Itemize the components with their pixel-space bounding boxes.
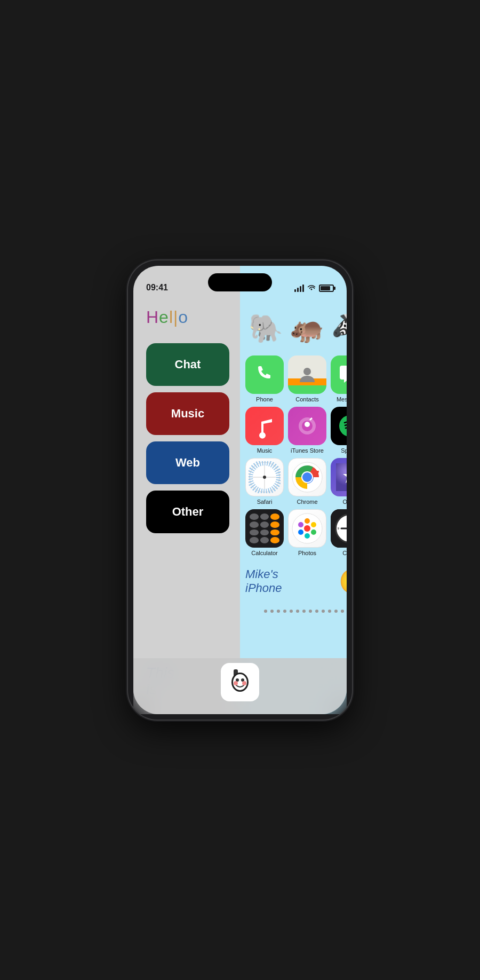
bottom-info: Mike'siPhone 🙂 — [240, 558, 347, 604]
dot-1 — [264, 610, 267, 613]
sidebar-item-other[interactable]: Other — [146, 491, 229, 533]
svg-point-16 — [302, 472, 312, 482]
app-messages[interactable]: Messages — [331, 355, 347, 402]
svg-point-24 — [305, 533, 310, 539]
messages-icon — [331, 355, 347, 394]
svg-point-0 — [303, 368, 311, 375]
svg-point-34 — [242, 681, 246, 685]
app-spotify[interactable]: Spotify — [331, 407, 347, 454]
app-safari[interactable]: Safari — [245, 458, 284, 505]
main-area: 🐘 🦛 🦓 Phone — [240, 266, 347, 714]
hello-letter-e: e — [159, 307, 169, 327]
app-row-4: Calculator Photos — [245, 509, 347, 556]
calc-btn-7 — [250, 529, 259, 536]
spotify-label: Spotify — [341, 447, 347, 454]
mikes-iphone-text: Mike'siPhone — [245, 567, 282, 596]
calc-btn-9 — [270, 529, 279, 536]
dock-app-icon — [224, 666, 256, 698]
hello-letter-o: o — [178, 307, 188, 327]
status-time: 09:41 — [146, 283, 168, 293]
dock-app[interactable] — [221, 663, 259, 701]
itunes-label: iTunes Store — [291, 447, 324, 454]
phone-icon — [245, 355, 284, 394]
orion-label: Orion — [343, 499, 347, 505]
dot-3 — [277, 610, 280, 613]
phone-frame: 09:41 — [128, 260, 352, 720]
dot-9 — [315, 610, 318, 613]
dock — [133, 658, 347, 714]
dot-2 — [270, 610, 274, 613]
orion-icon — [331, 458, 347, 496]
contacts-label: Contacts — [295, 396, 318, 402]
svg-point-25 — [298, 529, 303, 535]
sidebar-other-label: Other — [172, 505, 204, 519]
hello-text: Hel|o — [133, 297, 240, 338]
app-contacts[interactable]: Contacts — [288, 355, 326, 402]
calc-btn-2 — [260, 513, 269, 520]
calc-btn-10 — [250, 537, 259, 543]
dot-4 — [283, 610, 286, 613]
calc-btn-4 — [250, 521, 259, 528]
sidebar-items: Chat Music Web Other — [133, 338, 240, 539]
calc-btn-5 — [260, 521, 269, 528]
svg-point-32 — [241, 678, 244, 682]
contacts-inner — [288, 355, 326, 394]
elephant-emoji: 🐘 — [249, 314, 283, 342]
spotify-icon — [331, 407, 347, 445]
app-photos[interactable]: Photos — [288, 509, 326, 556]
safari-label: Safari — [257, 499, 273, 505]
app-clock[interactable]: 12 6 3 9 — [331, 509, 347, 556]
screen-content: 09:41 — [133, 266, 347, 714]
contacts-icon — [288, 355, 326, 394]
photos-icon — [288, 509, 326, 548]
music-icon — [245, 407, 284, 445]
dot-11 — [328, 610, 331, 613]
sidebar-item-web[interactable]: Web — [146, 441, 229, 484]
music-label: Music — [257, 447, 273, 454]
signal-bar-3 — [300, 286, 301, 292]
calc-btn-8 — [260, 529, 269, 536]
sidebar-item-chat[interactable]: Chat — [146, 343, 229, 386]
wifi-icon — [307, 284, 316, 293]
hippo-emoji: 🦛 — [290, 314, 324, 342]
app-row-3: Safari Chrome — [245, 458, 347, 505]
photos-label: Photos — [298, 550, 316, 556]
hello-letter-h: H — [146, 307, 159, 327]
app-row-2: Music iTunes Store Spotify — [245, 407, 347, 454]
signal-bar-4 — [302, 284, 304, 292]
calculator-label: Calculator — [251, 550, 278, 556]
calc-btn-6 — [270, 521, 279, 528]
dot-10 — [322, 610, 325, 613]
dot-7 — [302, 610, 306, 613]
signal-strength — [294, 284, 304, 292]
app-phone[interactable]: Phone — [245, 355, 284, 402]
svg-point-9 — [263, 476, 266, 479]
hello-letter-l1: l — [169, 307, 173, 327]
phone-screen: 09:41 — [133, 266, 347, 714]
app-itunes[interactable]: iTunes Store — [288, 407, 326, 454]
chrome-label: Chrome — [297, 499, 317, 505]
battery-fill — [321, 286, 330, 290]
svg-rect-17 — [336, 463, 347, 491]
calc-inner — [245, 509, 284, 548]
calculator-icon — [245, 509, 284, 548]
app-chrome[interactable]: Chrome — [288, 458, 326, 505]
safari-icon — [245, 458, 284, 496]
phone-label: Phone — [256, 396, 273, 402]
smile-emoji: 🙂 — [339, 567, 347, 596]
calc-btn-12 — [270, 537, 279, 543]
zebra-emoji: 🦓 — [331, 314, 347, 342]
sidebar-item-music[interactable]: Music — [146, 392, 229, 435]
app-music[interactable]: Music — [245, 407, 284, 454]
clock-face: 12 6 3 9 — [335, 513, 347, 543]
page-dots — [240, 604, 347, 616]
clock-label: Clock — [342, 550, 347, 556]
clock-hour-hand — [340, 528, 347, 529]
svg-point-23 — [311, 529, 316, 535]
dot-13 — [341, 610, 344, 613]
svg-point-33 — [234, 681, 238, 685]
status-icons — [294, 284, 334, 293]
app-calculator[interactable]: Calculator — [245, 509, 284, 556]
animal-row: 🐘 🦛 🦓 — [240, 297, 347, 355]
app-orion[interactable]: Orion — [331, 458, 347, 505]
